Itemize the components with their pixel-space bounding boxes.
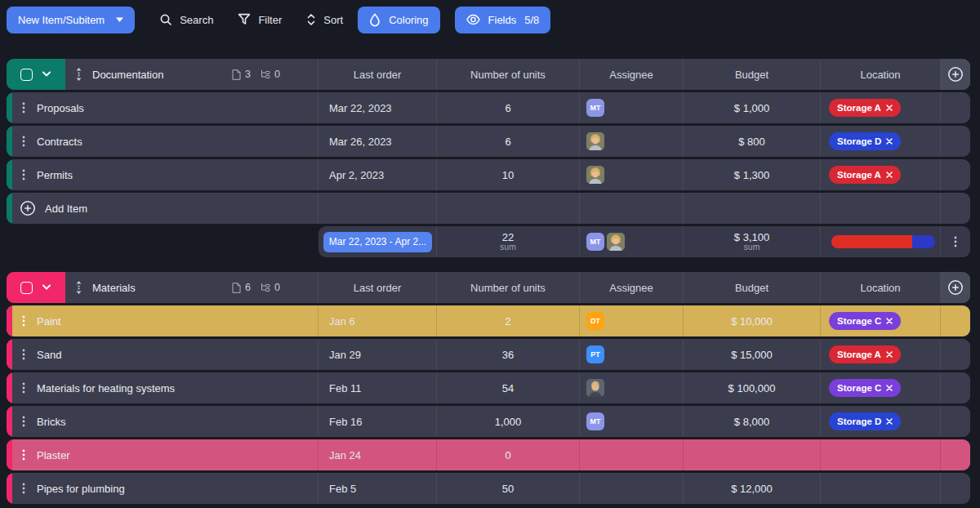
group-title[interactable]: Materials [92,282,136,294]
row-menu-icon[interactable] [20,312,28,330]
row-menu-icon[interactable] [20,132,28,150]
budget-cell[interactable]: $ 10,000 [684,305,821,336]
item-name-cell[interactable]: Paint [12,305,318,336]
location-badge[interactable]: Storage A [829,166,901,184]
item-name-cell[interactable]: Materials for heating systems [12,372,318,403]
assignee-cell[interactable]: MT [580,406,684,437]
location-badge[interactable]: Storage A [829,99,901,117]
row-menu-icon[interactable] [20,345,28,363]
last-order-cell[interactable]: Jan 29 [318,339,437,370]
remove-icon[interactable] [886,105,893,111]
budget-cell[interactable]: $ 1,300 [684,159,821,190]
group-checkbox[interactable] [20,69,33,81]
assignee-cell[interactable] [580,372,684,403]
units-cell[interactable]: 6 [437,126,580,157]
add-item-button[interactable]: Add Item [12,193,318,224]
column-header-budget[interactable]: Budget [684,59,821,90]
location-cell[interactable] [821,473,941,504]
budget-cell[interactable]: $ 100,000 [684,372,821,403]
location-badge[interactable]: Storage D [829,412,901,430]
column-header-location[interactable]: Location [821,59,941,90]
row-menu-icon[interactable] [20,379,28,397]
last-order-cell[interactable]: Feb 11 [318,372,437,403]
column-header-assignee[interactable]: Assignee [580,59,684,90]
group-select-control[interactable] [7,59,65,90]
item-name-cell[interactable]: Permits [12,159,318,190]
remove-icon[interactable] [886,172,893,178]
column-header-location[interactable]: Location [821,272,941,303]
location-cell[interactable]: Storage A [821,339,941,370]
units-cell[interactable]: 10 [437,159,580,190]
item-name-cell[interactable]: Proposals [12,92,318,123]
budget-cell[interactable]: $ 800 [684,126,821,157]
group-checkbox[interactable] [20,282,33,294]
remove-icon[interactable] [886,385,893,391]
group-select-control[interactable] [7,272,65,303]
drag-handle-icon[interactable] [75,281,82,294]
collapse-chevron-icon[interactable] [42,71,51,78]
filter-button[interactable]: Filter [238,13,282,26]
last-order-cell[interactable]: Apr 2, 2023 [318,159,437,190]
coloring-button[interactable]: Coloring [358,7,439,33]
location-badge[interactable]: Storage C [829,379,901,397]
location-badge[interactable]: Storage D [829,132,901,150]
column-header-units[interactable]: Number of units [437,272,580,303]
assignee-cell[interactable] [580,126,684,157]
location-cell[interactable]: Storage C [821,305,941,336]
budget-cell[interactable]: $ 12,000 [684,473,821,504]
column-header-units[interactable]: Number of units [437,59,580,90]
budget-cell[interactable] [684,439,821,470]
last-order-cell[interactable]: Jan 24 [318,439,437,470]
item-name-cell[interactable]: Plaster [12,439,318,470]
item-name-cell[interactable]: Bricks [12,406,318,437]
assignee-cell[interactable]: MT [580,92,684,123]
row-menu-icon[interactable] [20,446,28,464]
location-cell[interactable]: Storage D [821,406,941,437]
location-cell[interactable]: Storage D [821,126,941,157]
units-cell[interactable]: 36 [437,339,580,370]
assignee-cell[interactable] [580,159,684,190]
add-item-control[interactable]: Add Item [20,200,87,216]
assignee-cell[interactable]: DT [580,305,684,336]
assignee-cell[interactable] [580,439,684,470]
location-badge[interactable]: Storage A [829,345,901,363]
row-menu-icon[interactable] [20,99,28,117]
collapse-chevron-icon[interactable] [42,284,51,291]
row-menu-icon[interactable] [20,479,28,497]
location-cell[interactable]: Storage C [821,372,941,403]
budget-cell[interactable]: $ 8,000 [684,406,821,437]
units-cell[interactable]: 54 [437,372,580,403]
units-cell[interactable]: 50 [437,473,580,504]
column-header-last-order[interactable]: Last order [318,59,437,90]
last-order-cell[interactable]: Mar 22, 2023 [318,92,437,123]
assignee-cell[interactable] [580,473,684,504]
remove-icon[interactable] [886,351,893,358]
column-header-budget[interactable]: Budget [684,272,821,303]
sort-button[interactable]: Sort [306,13,343,26]
budget-cell[interactable]: $ 15,000 [684,339,821,370]
date-range-badge[interactable]: Mar 22, 2023 - Apr 2... [323,232,432,252]
row-menu-icon[interactable] [20,166,28,184]
last-order-cell[interactable]: Mar 26, 2023 [318,126,437,157]
remove-icon[interactable] [886,138,893,145]
location-cell[interactable]: Storage A [821,159,941,190]
location-cell[interactable] [821,439,941,470]
add-column-button[interactable] [941,59,970,90]
remove-icon[interactable] [886,418,893,425]
fields-button[interactable]: Fields 5/8 [455,7,551,33]
item-name-cell[interactable]: Contracts [12,126,318,157]
remove-icon[interactable] [886,318,893,324]
search-button[interactable]: Search [159,13,213,26]
summary-menu-icon[interactable] [951,233,960,251]
column-header-assignee[interactable]: Assignee [580,272,684,303]
units-cell[interactable]: 0 [437,439,580,470]
last-order-cell[interactable]: Feb 16 [318,406,437,437]
last-order-cell[interactable]: Feb 5 [318,473,437,504]
units-cell[interactable]: 1,000 [437,406,580,437]
new-item-button[interactable]: New Item/Subitem [7,7,135,33]
location-cell[interactable]: Storage A [821,92,941,123]
drag-handle-icon[interactable] [75,68,82,81]
units-cell[interactable]: 6 [437,92,580,123]
last-order-cell[interactable]: Jan 6 [318,305,437,336]
units-cell[interactable]: 2 [437,305,580,336]
